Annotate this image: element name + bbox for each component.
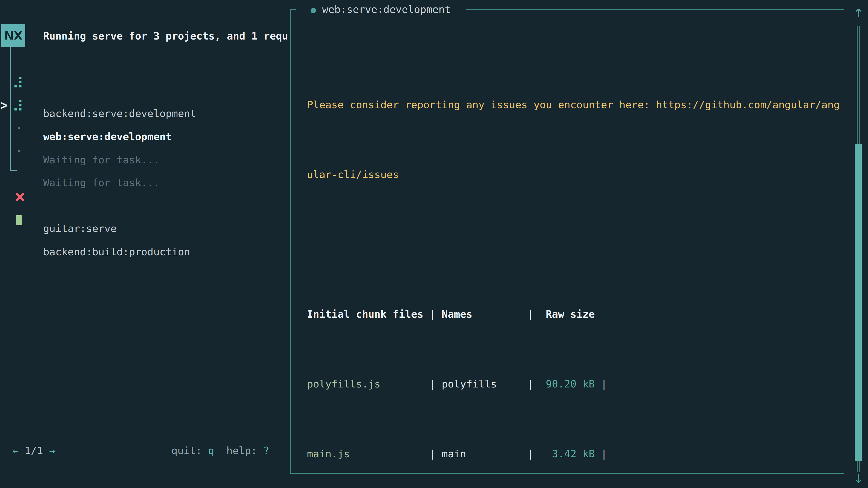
nx-terminal-ui: NX Running serve for 3 projects, and 1 r… <box>0 0 868 488</box>
spinner-icon <box>14 77 23 88</box>
scrollbar-thumb[interactable] <box>855 144 862 461</box>
prev-page-arrow-icon[interactable]: ← <box>12 445 19 457</box>
task-row-backend-build[interactable]: backend:build:production <box>0 213 290 228</box>
notice-line: Please consider reporting any issues you… <box>307 93 840 116</box>
task-output-panel: ● web:serve:development Please consider … <box>290 9 844 474</box>
chunk-table-row: main.js | main | 3.42 kB | <box>307 442 840 465</box>
chunk-raw-size: 90.20 kB <box>546 378 595 390</box>
task-row-backend-serve[interactable]: backend:serve:development <box>0 74 290 90</box>
square-icon <box>16 215 22 225</box>
help-bar: quit: q help: ? <box>171 443 270 459</box>
panel-title: ● web:serve:development <box>311 2 451 18</box>
scroll-down-arrow-icon[interactable]: ↓ <box>849 465 868 488</box>
page-indicator: 1/1 <box>25 445 43 457</box>
pager: ← 1/1 → <box>12 443 55 459</box>
task-row-guitar-serve[interactable]: guitar:serve <box>0 189 290 205</box>
dot-icon <box>18 150 20 152</box>
panel-border-stub <box>291 9 296 10</box>
notice-line: ular-cli/issues <box>307 163 840 186</box>
chunk-file-name: main.js <box>307 448 350 460</box>
panel-title-text: web:serve:development <box>322 3 451 15</box>
panel-border-top <box>466 9 844 10</box>
run-summary-title: Running serve for 3 projects, and 1 requ <box>43 28 288 44</box>
help-key: ? <box>263 445 269 457</box>
nx-logo: NX <box>1 24 25 47</box>
chunk-table-header: Initial chunk files | Names | Raw size <box>307 302 840 326</box>
spinner-icon <box>14 100 23 111</box>
task-label: backend:build:production <box>43 244 190 260</box>
blank-line <box>307 233 840 256</box>
quit-key: q <box>208 445 214 457</box>
task-row-web-serve[interactable]: web:serve:development <box>0 97 290 113</box>
task-row-waiting-1[interactable]: Waiting for task... <box>0 121 290 136</box>
quit-label: quit: <box>171 445 208 457</box>
help-label: help: <box>226 445 264 457</box>
dot-icon <box>18 127 20 129</box>
chunk-table-row: polyfills.js | polyfills | 90.20 kB | <box>307 372 840 396</box>
next-page-arrow-icon[interactable]: → <box>49 445 55 457</box>
chunk-file-name: polyfills.js <box>307 378 380 390</box>
chunk-raw-size: 3.42 kB <box>552 448 595 460</box>
task-row-waiting-2[interactable]: Waiting for task... <box>0 143 290 159</box>
terminal-output: Please consider reporting any issues you… <box>307 46 840 488</box>
x-mark-icon <box>15 192 24 202</box>
status-dot-icon: ● <box>311 4 316 15</box>
scroll-up-arrow-icon[interactable]: ↑ <box>849 0 868 24</box>
task-label: Waiting for task... <box>43 175 160 191</box>
